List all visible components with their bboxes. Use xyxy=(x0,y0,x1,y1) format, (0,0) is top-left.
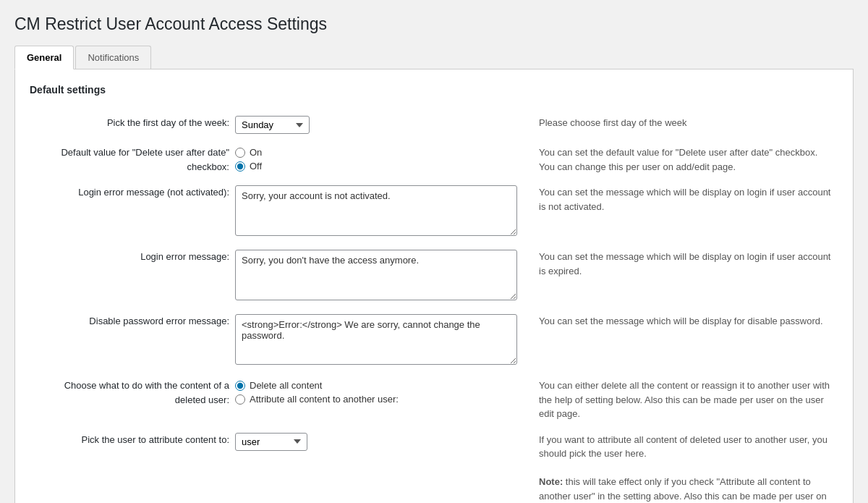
disable-password-label: Disable password error message: xyxy=(89,316,229,326)
login-error-not-activated-textarea[interactable]: Sorry, your account is not activated. xyxy=(235,185,517,236)
delete-checkbox-help: You can set the default value for "Delet… xyxy=(539,147,817,172)
radio-delete-all[interactable] xyxy=(235,381,245,391)
radio-off[interactable] xyxy=(235,161,245,172)
attribute-user-help-normal: If you want to attribute all content of … xyxy=(539,434,827,460)
radio-on[interactable] xyxy=(235,148,245,158)
row-first-day: Pick the first day of the week: Sunday M… xyxy=(30,110,838,140)
page-wrapper: CM Restrict User Account Access Settings… xyxy=(0,0,868,503)
radio-delete-all-label: Delete all content xyxy=(250,380,322,391)
login-error-help: You can set the message which will be di… xyxy=(539,251,830,276)
row-attribute-user: Pick the user to attribute content to: u… xyxy=(30,427,838,504)
radio-attribute-item[interactable]: Attribute all content to another user: xyxy=(235,394,533,405)
disable-password-help: You can set the message which will be di… xyxy=(539,316,823,326)
attribute-user-note-label: Note: xyxy=(539,476,563,487)
tab-notifications[interactable]: Notifications xyxy=(75,46,151,69)
delete-checkbox-label: Default value for "Delete user after dat… xyxy=(61,147,229,172)
row-disable-password: Disable password error message: <strong>… xyxy=(30,308,838,373)
deleted-content-radio-group: Delete all content Attribute all content… xyxy=(235,379,533,405)
first-day-label: Pick the first day of the week: xyxy=(107,117,229,128)
attribute-user-select[interactable]: user xyxy=(235,433,307,451)
attribute-user-label: Pick the user to attribute content to: xyxy=(81,434,229,445)
radio-attribute-label: Attribute all content to another user: xyxy=(250,394,399,405)
login-error-not-activated-label: Login error message (not activated): xyxy=(78,187,229,198)
disable-password-textarea[interactable]: <strong>Error:</strong> We are sorry, ca… xyxy=(235,314,517,365)
row-login-error: Login error message: Sorry, you don't ha… xyxy=(30,244,838,308)
deleted-content-help: You can either delete all the content or… xyxy=(539,380,830,419)
radio-off-item[interactable]: Off xyxy=(235,161,533,172)
row-deleted-user-content: Choose what to do with the content of a … xyxy=(30,373,838,427)
deleted-user-content-label: Choose what to do with the content of a … xyxy=(64,380,229,405)
content-panel: Default settings Pick the first day of t… xyxy=(14,69,854,503)
login-error-textarea[interactable]: Sorry, you don't have the access anymore… xyxy=(235,250,517,300)
login-error-not-activated-help: You can set the message which will be di… xyxy=(539,187,830,212)
attribute-user-note: this will take effect only if you check … xyxy=(539,476,827,503)
settings-table: Pick the first day of the week: Sunday M… xyxy=(30,110,838,503)
tabs-container: General Notifications xyxy=(14,46,854,69)
radio-attribute[interactable] xyxy=(235,394,245,405)
first-day-help: Please choose first day of the week xyxy=(539,117,687,128)
section-title: Default settings xyxy=(30,84,838,96)
radio-on-item[interactable]: On xyxy=(235,147,533,158)
delete-checkbox-radio-group: On Off xyxy=(235,145,533,172)
tab-general[interactable]: General xyxy=(14,46,74,69)
login-error-label: Login error message: xyxy=(140,251,229,262)
radio-delete-all-item[interactable]: Delete all content xyxy=(235,380,533,391)
radio-on-label: On xyxy=(250,147,262,158)
row-delete-checkbox: Default value for "Delete user after dat… xyxy=(30,140,838,179)
page-title: CM Restrict User Account Access Settings xyxy=(14,14,854,34)
row-login-error-not-activated: Login error message (not activated): Sor… xyxy=(30,179,838,244)
radio-off-label: Off xyxy=(250,161,262,172)
first-day-select[interactable]: Sunday Monday Tuesday Wednesday Thursday… xyxy=(235,116,310,134)
